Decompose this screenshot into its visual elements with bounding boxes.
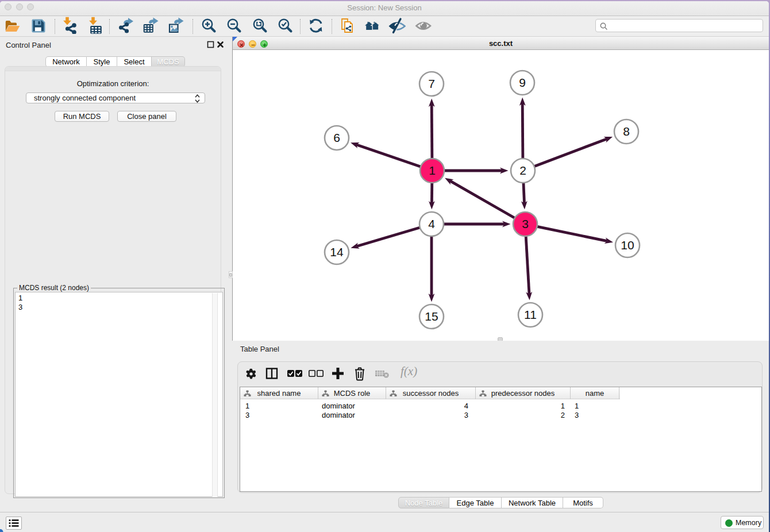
svg-text:7: 7 [428, 77, 435, 90]
svg-text:15: 15 [425, 310, 438, 323]
svg-text:9: 9 [519, 76, 526, 89]
svg-text:14: 14 [330, 245, 344, 259]
svg-text:2: 2 [519, 164, 526, 177]
svg-text:11: 11 [524, 308, 537, 321]
svg-text:10: 10 [621, 238, 634, 252]
svg-text:4: 4 [428, 217, 435, 230]
svg-text:3: 3 [522, 217, 529, 230]
svg-text:8: 8 [623, 125, 630, 138]
svg-text:1: 1 [429, 164, 436, 177]
svg-text:6: 6 [333, 131, 340, 144]
